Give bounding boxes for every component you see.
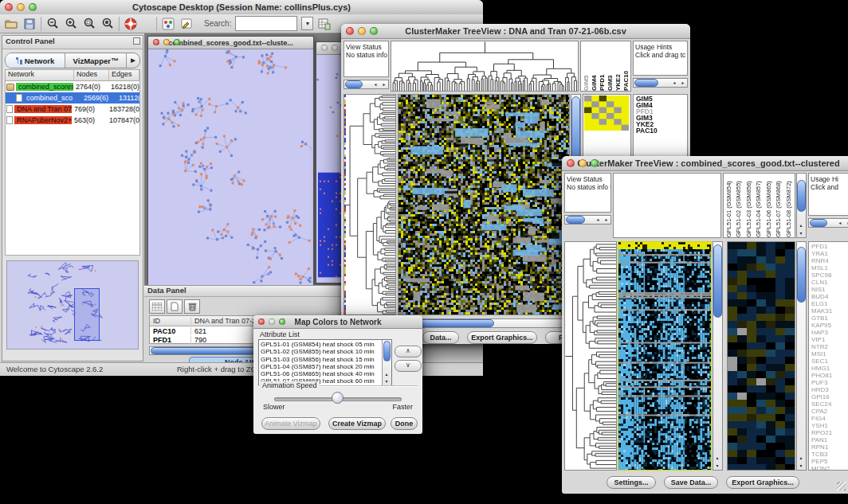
tab-network[interactable]: Network xyxy=(6,53,65,68)
column-label[interactable]: GPL51-07 (GSM868) xyxy=(775,175,784,237)
scroll-left-icon[interactable] xyxy=(836,219,844,227)
open-file-icon[interactable] xyxy=(4,17,18,31)
scroll-left-icon[interactable] xyxy=(371,80,379,88)
close-button[interactable] xyxy=(346,27,354,35)
scrollbar-thumb[interactable] xyxy=(797,180,806,212)
gene-label[interactable]: PAC10 xyxy=(636,127,687,134)
scroll-down-icon[interactable] xyxy=(797,229,805,237)
gene-label[interactable]: PFD1 xyxy=(811,243,848,250)
gene-label[interactable]: YSH1 xyxy=(811,422,848,429)
column-label[interactable]: YKE2 xyxy=(614,43,622,91)
scrollbar-thumb[interactable] xyxy=(383,341,391,361)
attribute-list-scrollbar[interactable] xyxy=(382,340,391,385)
status-hscrollbar[interactable] xyxy=(564,215,611,225)
gene-label[interactable]: MON2 xyxy=(811,465,848,471)
zoom-button[interactable] xyxy=(29,3,37,11)
close-button[interactable] xyxy=(567,159,575,167)
save-data-button[interactable]: Data... xyxy=(422,331,459,344)
gene-label[interactable]: CLN1 xyxy=(811,279,848,286)
scrollbar-thumb[interactable] xyxy=(810,219,827,227)
scroll-left-icon[interactable] xyxy=(670,79,678,87)
search-input[interactable] xyxy=(235,16,297,31)
scrollbar-thumb[interactable] xyxy=(345,80,363,88)
scroll-right-icon[interactable] xyxy=(845,219,848,227)
animate-vizmap-button[interactable]: Animate Vizmap xyxy=(261,417,320,430)
network-row[interactable]: RNAPuberNov2+ 563(0) 107847(0) xyxy=(6,115,139,126)
zoom-out-icon[interactable] xyxy=(45,17,60,31)
attribute-list[interactable]: GPL51-01 (GSM854) heat shock 05 minGPL51… xyxy=(258,339,392,386)
gene-label[interactable]: RPO21 xyxy=(811,429,848,436)
scroll-right-icon[interactable] xyxy=(380,80,388,88)
gene-label[interactable]: TCB3 xyxy=(811,451,848,458)
column-label[interactable]: GIM5 xyxy=(583,43,591,91)
save-data-button[interactable]: Save Data... xyxy=(664,476,718,489)
zoom-button[interactable] xyxy=(591,159,599,167)
close-button[interactable] xyxy=(5,3,13,11)
minimize-button[interactable] xyxy=(358,27,366,35)
global-heatmap-pane[interactable] xyxy=(618,241,712,471)
column-label[interactable]: PFD1 xyxy=(599,43,607,91)
column-label[interactable]: GPL51-04 (GSM857) xyxy=(755,175,764,237)
gene-label[interactable]: HMG1 xyxy=(811,365,848,372)
resize-grip[interactable] xyxy=(837,482,846,490)
network-row[interactable]: combined_scores 2764(0) 16218(0) xyxy=(6,81,139,92)
gene-label[interactable]: PAN1 xyxy=(811,436,848,443)
scroll-up-icon[interactable] xyxy=(797,454,805,462)
column-label[interactable]: GIM4 xyxy=(591,43,599,91)
gene-label[interactable]: HAP3 xyxy=(811,329,848,336)
tabs-overflow-button[interactable]: ▶ xyxy=(127,53,139,68)
search-dropdown-arrow-icon[interactable]: ▼ xyxy=(301,17,313,30)
done-button[interactable]: Done xyxy=(391,417,418,430)
gene-label[interactable]: ELG1 xyxy=(811,300,848,307)
gene-label[interactable]: VIP1 xyxy=(811,336,848,343)
gene-label[interactable]: MAK31 xyxy=(811,307,848,315)
gene-label[interactable]: SEC1 xyxy=(811,357,848,365)
network-list-header[interactable]: Network Nodes Edges xyxy=(6,70,139,81)
zoom-in-icon[interactable] xyxy=(64,17,78,31)
column-dendrogram-pane[interactable] xyxy=(391,41,579,92)
scroll-right-icon[interactable] xyxy=(679,79,687,87)
minimize-button[interactable] xyxy=(269,318,275,325)
new-document-icon[interactable] xyxy=(167,299,183,314)
network-overview-pane[interactable] xyxy=(6,260,139,350)
close-button[interactable] xyxy=(321,45,328,51)
gene-label[interactable]: HRD3 xyxy=(811,386,848,393)
gene-label[interactable]: SEC24 xyxy=(811,400,848,408)
gene-label[interactable]: YRA1 xyxy=(811,250,848,257)
save-icon[interactable] xyxy=(22,17,37,31)
usage-hscrollbar[interactable] xyxy=(808,218,848,228)
scrollbar-thumb[interactable] xyxy=(797,247,806,303)
network-graph-canvas[interactable] xyxy=(148,49,312,284)
attribute-item[interactable]: GPL51-03 (GSM856) heat shock 15 min xyxy=(259,356,391,363)
zoom-button[interactable] xyxy=(279,318,285,325)
gene-label[interactable]: PHO81 xyxy=(811,372,848,379)
gene-label[interactable]: SPC98 xyxy=(811,272,848,279)
attribute-item[interactable]: GPL51-04 (GSM857) heat shock 20 min xyxy=(259,363,391,370)
network-row[interactable]: combined_sco 2569(6) 13112(15) xyxy=(6,92,139,104)
status-hscrollbar[interactable] xyxy=(344,80,389,89)
column-label[interactable]: GPL51-03 (GSM856) xyxy=(745,175,755,237)
help-life-ring-icon[interactable] xyxy=(124,17,138,31)
gene-label[interactable]: PUF3 xyxy=(811,379,848,386)
column-label[interactable]: GIM3 xyxy=(607,43,614,91)
table-grid-icon[interactable] xyxy=(149,299,165,314)
zoom-button[interactable] xyxy=(370,27,378,35)
scroll-down-icon[interactable] xyxy=(383,377,391,385)
global-heatmap-pane[interactable] xyxy=(398,94,570,315)
global-vscrollbar[interactable] xyxy=(713,241,723,471)
scroll-up-icon[interactable] xyxy=(797,221,805,229)
export-graphics-button[interactable]: Export Graphics... xyxy=(467,331,537,344)
column-labels-vscrollbar[interactable] xyxy=(796,173,807,238)
vizmap-dots-icon[interactable] xyxy=(161,17,175,31)
zoom-fit-icon[interactable] xyxy=(100,17,115,31)
attribute-item[interactable]: GPL51-06 (GSM865) heat shock 40 min xyxy=(259,370,391,377)
scrollbar-thumb[interactable] xyxy=(566,216,585,224)
gene-label[interactable]: CPA2 xyxy=(811,408,848,415)
overview-viewport-rect[interactable] xyxy=(74,288,100,341)
treeview1-titlebar[interactable]: ClusterMaker TreeView : DNA and Tran 07-… xyxy=(341,24,690,39)
main-titlebar[interactable]: Cytoscape Desktop (Session Name: collins… xyxy=(0,0,483,15)
float-panel-icon[interactable] xyxy=(133,37,140,45)
treeview2-titlebar[interactable]: ClusterMaker TreeView : combined_scores_… xyxy=(562,156,848,171)
minimize-button[interactable] xyxy=(579,159,587,167)
minimize-button[interactable] xyxy=(17,3,25,11)
